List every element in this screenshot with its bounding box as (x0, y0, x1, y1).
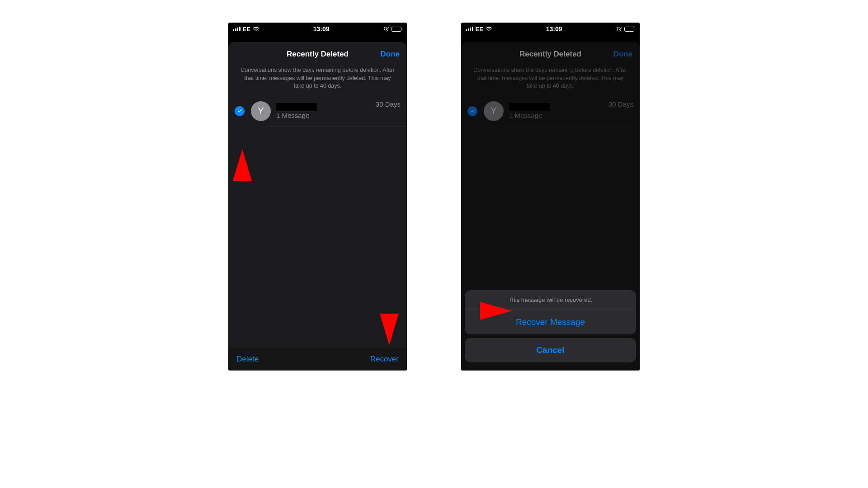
row-divider (266, 127, 407, 127)
done-button[interactable]: Done (381, 50, 400, 59)
done-button[interactable]: Done (613, 50, 633, 59)
alarm-icon (383, 26, 389, 32)
recover-button[interactable]: Recover (370, 355, 399, 364)
svg-marker-4 (480, 302, 512, 320)
info-text: Conversations show the days remaining be… (461, 66, 640, 99)
sheet-header: Recently Deleted Done (461, 42, 640, 66)
message-count: 1 Message (509, 112, 633, 119)
svg-marker-2 (380, 314, 399, 345)
annotation-arrow-up-icon (233, 149, 252, 181)
checkmark-icon[interactable] (235, 106, 245, 116)
message-count: 1 Message (276, 112, 401, 119)
wifi-icon (486, 27, 492, 32)
redacted-name (509, 103, 550, 111)
avatar: Y (484, 101, 504, 121)
phone-left: EE 13:09 Recently Deleted Done Conversat… (228, 23, 407, 371)
avatar: Y (251, 101, 271, 121)
status-right (383, 26, 403, 32)
row-divider (499, 127, 640, 127)
signal-icon (233, 27, 241, 31)
status-right (616, 26, 636, 32)
cancel-button[interactable]: Cancel (465, 338, 636, 362)
status-time: 13:09 (546, 25, 562, 33)
days-remaining: 30 Days (609, 100, 633, 108)
status-time: 13:09 (313, 25, 330, 33)
svg-marker-1 (233, 149, 252, 181)
annotation-arrow-right-icon (480, 302, 512, 320)
conversation-row[interactable]: Y 1 Message 30 Days (228, 99, 407, 127)
bottom-toolbar: Delete Recover (228, 348, 407, 371)
page-title: Recently Deleted (287, 50, 349, 59)
signal-icon (466, 27, 473, 31)
checkmark-icon[interactable] (467, 106, 477, 116)
status-left: EE (233, 26, 259, 33)
phone-right: EE 13:09 Recently Deleted Done Conversat… (461, 23, 640, 371)
page-title: Recently Deleted (519, 50, 581, 59)
alarm-icon (616, 26, 622, 32)
status-bar: EE 13:09 (228, 23, 407, 35)
info-text: Conversations show the days remaining be… (228, 66, 407, 99)
delete-button[interactable]: Delete (236, 355, 259, 364)
action-sheet-cancel-group: Cancel (465, 338, 636, 362)
carrier-label: EE (476, 26, 483, 33)
sheet-header: Recently Deleted Done (228, 42, 407, 66)
battery-icon (392, 27, 403, 32)
battery-icon (624, 27, 636, 32)
annotation-arrow-down-icon (380, 314, 399, 345)
conversation-row[interactable]: Y 1 Message 30 Days (461, 99, 640, 127)
wifi-icon (253, 27, 259, 32)
status-left: EE (466, 26, 492, 33)
status-bar: EE 13:09 (461, 23, 640, 35)
redacted-name (276, 103, 317, 111)
days-remaining: 30 Days (376, 100, 401, 108)
carrier-label: EE (243, 26, 250, 33)
